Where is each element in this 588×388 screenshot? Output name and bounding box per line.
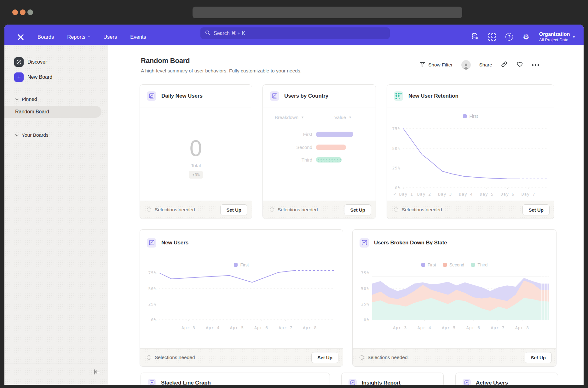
set-up-button[interactable]: Set Up — [344, 204, 371, 215]
card-footer: Selections needed Set Up — [140, 201, 252, 219]
value-dropdown[interactable]: Value▼ — [334, 115, 352, 120]
y-tick-label: 50% — [148, 286, 157, 291]
x-tick-label: Apr 8 — [515, 325, 529, 330]
card-title: Stacked Line Graph — [161, 380, 211, 385]
retention-chart: 75%50%25%0%< Day 1Day 2Day 3Day 4Day 5Da… — [391, 119, 551, 197]
set-up-button[interactable]: Set Up — [220, 204, 247, 215]
line-chart-icon — [148, 379, 156, 385]
app-window: Boards Reports Users Events ? ⚙ — [4, 25, 584, 385]
sidebar-item-random-board[interactable]: Random Board — [4, 106, 101, 118]
nav-item-reports[interactable]: Reports — [67, 34, 90, 40]
top-navbar: Boards Reports Users Events ? ⚙ — [4, 25, 584, 45]
line-chart-icon — [270, 91, 279, 101]
breakdown-dropdown[interactable]: Breakdown▼ — [275, 115, 304, 120]
x-tick-label: Day 7 — [522, 192, 535, 197]
bar-first — [316, 132, 353, 137]
global-search[interactable] — [200, 27, 390, 39]
sidebar-item-new-board[interactable]: + New Board — [14, 72, 52, 82]
help-icon[interactable]: ? — [505, 33, 513, 41]
x-tick-label: Apr 3 — [182, 325, 195, 330]
more-options-icon[interactable] — [532, 64, 539, 66]
legend-swatch — [463, 114, 467, 118]
nav-item-users[interactable]: Users — [103, 34, 117, 40]
collapse-sidebar-icon[interactable] — [93, 369, 101, 376]
chart-line — [159, 271, 294, 282]
nav-item-boards[interactable]: Boards — [37, 34, 54, 40]
sidebar-item-discover[interactable]: Discover — [14, 57, 47, 67]
y-tick-label: 25% — [392, 166, 401, 170]
sidebar-section-pinned[interactable]: Pinned — [16, 96, 37, 102]
traffic-light-zoom[interactable] — [27, 9, 33, 15]
status-text: Selections needed — [402, 207, 442, 213]
x-tick-label: Apr 8 — [303, 325, 317, 330]
card-title: Users by Country — [284, 93, 328, 99]
line-chart-icon — [147, 238, 156, 248]
x-tick-label: Apr 5 — [230, 325, 244, 330]
status-text: Selections needed — [155, 207, 195, 213]
traffic-light-close[interactable] — [12, 9, 18, 15]
page-title: Random Board — [141, 57, 190, 65]
status-text: Selections needed — [367, 355, 408, 360]
apps-grid-icon[interactable] — [488, 33, 496, 41]
compass-icon — [14, 57, 24, 67]
set-up-button[interactable]: Set Up — [311, 352, 338, 363]
x-tick-label: Day 2 — [417, 192, 431, 197]
data-management-icon[interactable] — [471, 32, 479, 42]
x-tick-label: Apr 5 — [442, 325, 456, 330]
show-filter-button[interactable]: Show Filter — [419, 61, 453, 69]
card-users-by-state: Users Broken Down By State First Second … — [352, 229, 556, 367]
x-tick-label: Apr 7 — [279, 325, 292, 330]
sidebar: Discover + New Board Pinned Random Board… — [4, 45, 108, 385]
x-tick-label: Apr 6 — [254, 325, 268, 330]
chevron-down-icon: ▼ — [301, 116, 304, 119]
y-tick-label: 75% — [361, 271, 369, 275]
new-users-chart: 75%50%25%0%Apr 3Apr 4Apr 5Apr 6Apr 7Apr … — [144, 265, 340, 331]
sidebar-section-your-boards[interactable]: Your Boards — [16, 132, 49, 138]
search-input[interactable] — [214, 31, 385, 36]
mixpanel-logo-icon[interactable] — [17, 33, 24, 41]
org-switcher[interactable]: Organization All Project Data ▾ — [539, 31, 575, 43]
chart-line — [403, 129, 518, 179]
sidebar-footer — [4, 363, 108, 385]
legend-item[interactable]: First — [463, 114, 478, 119]
favorite-heart-icon[interactable] — [516, 61, 523, 69]
line-chart-icon — [349, 379, 357, 385]
x-tick-label: Day 4 — [459, 192, 473, 197]
bar-row: First — [263, 132, 353, 137]
y-tick-label: 25% — [361, 302, 369, 306]
trend-badge: ↑0% — [189, 171, 203, 179]
nav-item-events[interactable]: Events — [130, 34, 146, 40]
org-name: Organization — [539, 31, 570, 37]
bar-row: Third — [263, 157, 342, 163]
status-circle-icon — [147, 208, 151, 212]
card-insights-report: Insights Report — [341, 373, 444, 385]
search-icon — [205, 30, 210, 37]
y-tick-label: 0% — [151, 317, 157, 322]
set-up-button[interactable]: Set Up — [522, 204, 550, 215]
x-tick-label: Apr 7 — [491, 325, 504, 330]
traffic-light-minimize[interactable] — [20, 9, 26, 15]
y-tick-label: 25% — [148, 302, 157, 306]
navbar-right-controls: ? ⚙ Organization All Project Data ▾ — [471, 31, 575, 43]
copy-link-icon[interactable] — [501, 61, 508, 69]
card-footer: Selections needed Set Up — [263, 201, 376, 219]
card-title: New User Retention — [408, 93, 458, 99]
status-circle-icon — [270, 208, 274, 212]
card-title: Insights Report — [362, 380, 401, 385]
card-title: Users Broken Down By State — [374, 240, 447, 246]
card-new-user-retention: New User Retention First 75%50%25%0%< Da… — [387, 84, 554, 219]
settings-gear-icon[interactable]: ⚙ — [523, 33, 529, 41]
line-chart-icon — [463, 379, 471, 385]
line-chart-icon — [360, 238, 369, 248]
set-up-button[interactable]: Set Up — [525, 352, 552, 363]
card-title: Daily New Users — [161, 93, 203, 99]
stacked-area-chart: 75%50%25%0%Apr 3Apr 4Apr 5Apr 6Apr 7Apr … — [356, 265, 553, 331]
card-footer: Selections needed Set Up — [353, 348, 556, 366]
avatar[interactable] — [461, 60, 471, 70]
line-chart-icon — [147, 91, 156, 101]
share-button[interactable]: Share — [479, 62, 492, 68]
browser-address-bar[interactable] — [193, 7, 462, 18]
plus-icon: + — [14, 72, 24, 82]
card-title: Active Users — [476, 380, 508, 385]
x-tick-label: Day 5 — [480, 192, 493, 197]
